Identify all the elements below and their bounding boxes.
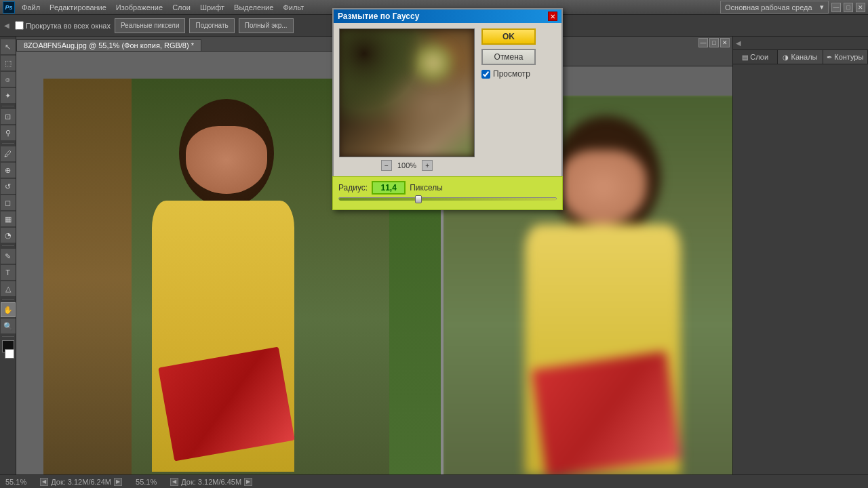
dialog-controls: OK Отмена Просмотр (475, 28, 556, 171)
radius-slider-container (338, 197, 557, 205)
preview-zoom-value: 100% (397, 161, 416, 169)
radius-row: Радиус: Пикселы (338, 181, 557, 195)
preview-checkbox-label[interactable]: Просмотр (481, 69, 556, 79)
gaussian-blur-dialog: Размытие по Гауссу ✕ − 100% + (332, 8, 563, 210)
radius-slider-track-bg (338, 197, 557, 200)
radius-slider-fill (339, 198, 556, 201)
dialog-title: Размытие по Гауссу (338, 12, 419, 21)
preview-dark-area (340, 29, 421, 110)
radius-unit: Пикселы (410, 183, 443, 192)
dialog-preview-section: − 100% + (339, 28, 475, 171)
preview-checkbox-text: Просмотр (493, 69, 530, 79)
preview-zoom-in-button[interactable]: + (422, 160, 433, 171)
preview-checkbox[interactable] (481, 70, 490, 79)
dialog-overlay: Размытие по Гауссу ✕ − 100% + (0, 0, 868, 488)
radius-slider-thumb[interactable] (415, 195, 422, 203)
ok-button[interactable]: OK (481, 28, 536, 45)
dialog-body: − 100% + OK Отмена Просмотр (334, 23, 561, 176)
dialog-close-button[interactable]: ✕ (548, 12, 557, 21)
dialog-footer: Радиус: Пикселы (332, 176, 563, 210)
radius-label: Радиус: (338, 183, 368, 192)
preview-zoom-controls: − 100% + (339, 160, 475, 171)
preview-zoom-out-button[interactable]: − (381, 160, 392, 171)
preview-image (339, 28, 475, 157)
dialog-title-bar[interactable]: Размытие по Гауссу ✕ (334, 9, 561, 23)
radius-input[interactable] (372, 181, 406, 195)
cancel-button[interactable]: Отмена (481, 49, 536, 65)
